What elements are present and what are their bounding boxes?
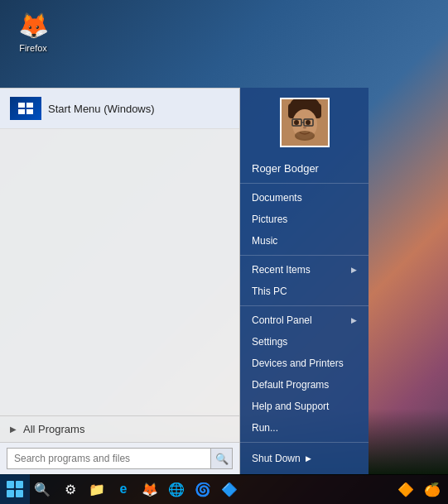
taskbar-icon-3[interactable]: 🍊 xyxy=(420,474,445,504)
taskbar-folder-icon[interactable]: 📁 xyxy=(84,474,109,504)
default-programs-label: Default Programs xyxy=(252,379,329,391)
taskbar: 🔍 ⚙ 📁 e 🦊 🌐 🌀 🔷 xyxy=(0,474,448,504)
help-support-item[interactable]: Help and Support xyxy=(240,396,369,417)
taskbar-chrome-icon[interactable]: 🌐 xyxy=(164,474,189,504)
shutdown-arrow-icon: ▶ xyxy=(306,454,311,463)
start-menu-right-panel: Roger Bodger Documents Pictures Music Re… xyxy=(240,88,369,474)
search-input[interactable] xyxy=(7,448,211,469)
search-icon: 🔍 xyxy=(215,453,229,465)
svg-point-8 xyxy=(306,120,311,125)
start-search-bar: 🔍 xyxy=(0,442,239,474)
desktop-icon-firefox[interactable]: 🦊 Firefox xyxy=(8,8,58,53)
app-icon-1: 🌀 xyxy=(195,482,211,497)
desktop: 🦊 Firefox Start Menu (Windows) ▶ All Pro… xyxy=(0,0,448,504)
user-name-item: Roger Bodger xyxy=(240,157,369,180)
taskbar-icon-1[interactable]: 🌀 xyxy=(190,474,215,504)
taskbar-settings-icon[interactable]: ⚙ xyxy=(58,474,83,504)
this-pc-item[interactable]: This PC xyxy=(240,281,369,302)
taskbar-search-button[interactable]: 🔍 xyxy=(30,474,55,504)
run-item[interactable]: Run... xyxy=(240,417,369,439)
documents-label: Documents xyxy=(252,192,302,204)
svg-point-9 xyxy=(303,127,306,129)
start-menu-header: Start Menu (Windows) xyxy=(0,89,239,129)
start-menu-logo xyxy=(10,97,41,120)
search-icon: 🔍 xyxy=(34,482,51,497)
shutdown-label: Shut Down xyxy=(252,453,301,464)
divider-1 xyxy=(240,255,369,256)
all-programs-arrow-icon: ▶ xyxy=(10,425,17,434)
taskbar-edge-icon[interactable]: e xyxy=(111,474,136,504)
taskbar-pinned-icons: ⚙ 📁 e 🦊 🌐 🌀 🔷 xyxy=(58,474,242,504)
all-programs-label: All Programs xyxy=(23,423,84,435)
svg-point-7 xyxy=(294,120,299,125)
recent-items-arrow-icon: ▶ xyxy=(351,266,357,274)
taskbar-vlc-icon[interactable]: 🔶 xyxy=(393,474,418,504)
documents-item[interactable]: Documents xyxy=(240,187,369,209)
settings-label: Settings xyxy=(252,336,287,348)
music-item[interactable]: Music xyxy=(240,230,369,252)
default-programs-item[interactable]: Default Programs xyxy=(240,374,369,396)
devices-printers-item[interactable]: Devices and Printers xyxy=(240,353,369,374)
taskbar-firefox-icon[interactable]: 🦊 xyxy=(137,474,162,504)
pictures-item[interactable]: Pictures xyxy=(240,209,369,230)
control-panel-label: Control Panel xyxy=(252,314,312,326)
taskbar-right-area: 🔶 🍊 xyxy=(393,474,448,504)
user-name-label: Roger Bodger xyxy=(252,162,319,175)
user-avatar-container[interactable] xyxy=(240,88,369,154)
this-pc-label: This PC xyxy=(252,286,287,297)
all-programs-item[interactable]: ▶ All Programs xyxy=(0,415,239,442)
firefox-icon: 🦊 xyxy=(17,8,50,41)
pictures-label: Pictures xyxy=(252,214,287,225)
avatar xyxy=(280,98,330,147)
vlc-icon: 🔶 xyxy=(397,482,414,497)
divider-2 xyxy=(240,305,369,306)
start-menu-right-items: Roger Bodger Documents Pictures Music Re… xyxy=(240,154,369,442)
chrome-icon: 🌐 xyxy=(168,482,185,497)
settings-icon: ⚙ xyxy=(65,482,76,497)
devices-printers-label: Devices and Printers xyxy=(252,358,344,369)
divider-after-username xyxy=(240,183,369,184)
edge-icon: e xyxy=(120,482,128,497)
search-button[interactable]: 🔍 xyxy=(211,448,233,469)
start-menu-programs-list xyxy=(0,129,239,415)
shutdown-button[interactable]: Shut Down ▶ xyxy=(240,448,369,469)
music-label: Music xyxy=(252,235,277,247)
start-menu: Start Menu (Windows) ▶ All Programs 🔍 xyxy=(0,88,369,474)
start-button[interactable] xyxy=(0,474,30,504)
run-label: Run... xyxy=(252,422,278,434)
app-icon-3: 🍊 xyxy=(424,482,441,497)
app-icon-2: 🔷 xyxy=(221,482,238,497)
control-panel-arrow-icon: ▶ xyxy=(351,316,357,324)
taskbar-icon-2[interactable]: 🔷 xyxy=(217,474,242,504)
help-support-label: Help and Support xyxy=(252,401,329,412)
folder-icon: 📁 xyxy=(89,482,105,497)
recent-items-label: Recent Items xyxy=(252,264,311,276)
recent-items-item[interactable]: Recent Items ▶ xyxy=(240,259,369,281)
firefox-icon: 🦊 xyxy=(142,482,158,497)
avatar-image xyxy=(282,99,328,146)
windows-logo-icon xyxy=(7,481,23,497)
firefox-icon-label: Firefox xyxy=(19,43,47,53)
svg-point-10 xyxy=(295,131,315,141)
windows-logo-icon xyxy=(18,103,33,114)
start-menu-footer: Shut Down ▶ xyxy=(240,442,369,474)
settings-item[interactable]: Settings xyxy=(240,331,369,353)
start-menu-left-panel: Start Menu (Windows) ▶ All Programs 🔍 xyxy=(0,88,240,474)
control-panel-item[interactable]: Control Panel ▶ xyxy=(240,310,369,331)
start-menu-title: Start Menu (Windows) xyxy=(48,103,155,115)
